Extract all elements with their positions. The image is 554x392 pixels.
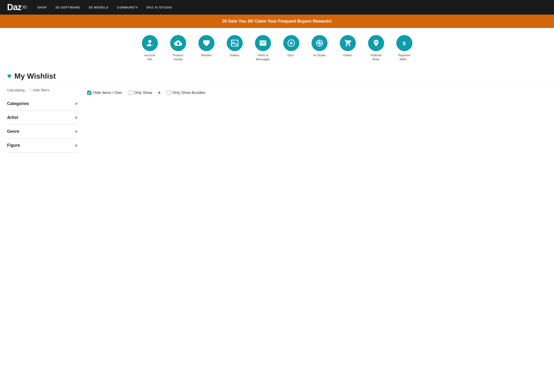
genre-filter-header[interactable]: Genre + [7, 129, 78, 135]
address-book-label: AddressBook [370, 53, 382, 62]
nav-link-3d-models[interactable]: 3D MODELS [89, 6, 109, 9]
nav-item-community[interactable]: COMMUNITY [117, 5, 138, 9]
payment-methods-icon-item[interactable]: $ PaymentMeth... [395, 35, 414, 62]
genre-filter-section: Genre + [7, 125, 78, 139]
account-info-icon-item[interactable]: AccountInfo [140, 35, 159, 62]
nav-item-shop[interactable]: SHOP [37, 5, 47, 9]
cloud-download-icon [174, 39, 182, 47]
wishlist-icon-item[interactable]: Wishlist [197, 35, 216, 62]
filter-options-row: Hide Items I Own Only Show + Only Show B… [87, 88, 547, 98]
genre-expand-button[interactable]: + [75, 129, 78, 135]
promo-banner[interactable]: 30 Gets You 30! Claim Your Frequent Buye… [0, 14, 554, 28]
svg-point-5 [318, 42, 321, 44]
ai-studio-icon-circle [311, 35, 328, 51]
person-check-icon [146, 39, 154, 47]
page-title: My Wishlist [14, 72, 56, 81]
artist-filter-header[interactable]: Artist + [7, 115, 78, 121]
address-book-location-icon [372, 39, 380, 47]
account-info-icon-circle [142, 35, 158, 51]
site-logo[interactable]: Daz3D. [7, 2, 28, 12]
payment-dollar-icon: $ [400, 39, 408, 47]
payment-methods-label: PaymentMeth... [398, 53, 410, 62]
gallery-icon [231, 39, 239, 47]
nav-links-list: SHOP 3D SOFTWARE 3D MODELS COMMUNITY DAZ… [37, 5, 172, 9]
daz-plus-badge-icon: + [158, 90, 161, 96]
heart-icon [202, 39, 210, 47]
svg-line-11 [320, 44, 321, 45]
product-library-label: ProductLibrary [173, 53, 183, 62]
nav-item-3d-software[interactable]: 3D SOFTWARE [55, 5, 80, 9]
artist-filter-section: Artist + [7, 111, 78, 125]
categories-filter-header[interactable]: Categories + [7, 101, 78, 107]
wishlist-label: Wishlist [201, 53, 212, 57]
svg-line-10 [317, 41, 318, 42]
svg-text:$: $ [403, 40, 406, 46]
gallery-icon-item[interactable]: Gallery [225, 35, 244, 62]
address-book-icon-item[interactable]: AddressBook [367, 35, 386, 62]
figure-expand-button[interactable]: + [75, 142, 78, 148]
hide-items-i-own-checkbox[interactable] [87, 91, 91, 95]
top-navigation: Daz3D. SHOP 3D SOFTWARE 3D MODELS COMMUN… [0, 0, 554, 14]
orders-icon-item[interactable]: Orders [338, 35, 357, 62]
wishlist-heart-icon: ♥ [7, 72, 12, 81]
orders-label: Orders [343, 53, 353, 57]
main-content: Calculating... ▿ Hide filters Categories… [0, 83, 554, 157]
svg-point-2 [233, 42, 234, 43]
hide-items-i-own-checkbox-label[interactable]: Hide Items I Own [87, 91, 122, 95]
daz-plus-icon-circle [283, 35, 299, 51]
only-show-bundles-label: Only Show Bundles [173, 91, 205, 95]
ai-studio-icon-item[interactable]: AI Studio [310, 35, 329, 62]
figure-filter-section: Figure + [7, 139, 78, 153]
gallery-icon-circle [227, 35, 243, 51]
payment-methods-icon-circle: $ [396, 35, 412, 51]
gallery-label: Gallery [230, 53, 239, 57]
address-book-icon-circle [368, 35, 384, 51]
nav-item-3d-models[interactable]: 3D MODELS [89, 5, 109, 9]
ai-studio-icon [316, 39, 324, 47]
only-show-checkbox[interactable] [128, 91, 132, 95]
figure-filter-title: Figure [7, 143, 20, 148]
ai-studio-label: AI Studio [313, 53, 326, 57]
filter-funnel-icon: ▿ [29, 88, 31, 92]
right-content: Hide Items I Own Only Show + Only Show B… [87, 88, 547, 153]
sidebar-filters: Calculating... ▿ Hide filters Categories… [7, 88, 78, 153]
orders-cart-icon [344, 39, 352, 47]
product-library-icon-circle [170, 35, 186, 51]
hide-filters-button[interactable]: ▿ Hide filters [29, 88, 50, 92]
figure-filter-header[interactable]: Figure + [7, 142, 78, 148]
alerts-messages-label: Alerts &Messages [256, 53, 270, 62]
artist-expand-button[interactable]: + [75, 115, 78, 121]
promo-banner-text: 30 Gets You 30! Claim Your Frequent Buye… [222, 19, 332, 24]
filter-header: Calculating... ▿ Hide filters [7, 88, 78, 92]
calculating-text: Calculating... [7, 88, 28, 92]
genre-filter-title: Genre [7, 129, 19, 134]
plus-circle-icon [287, 39, 295, 47]
product-library-icon-item[interactable]: ProductLibrary [169, 35, 187, 62]
only-show-bundles-checkbox-label[interactable]: Only Show Bundles [166, 91, 205, 95]
daz-plus-label: Daz+ [288, 53, 295, 57]
nav-item-daz-ai-studio[interactable]: DAZ AI STUDIO [147, 5, 172, 9]
nav-link-3d-software[interactable]: 3D SOFTWARE [55, 6, 80, 9]
logo-3d-text: 3D. [22, 5, 28, 9]
alerts-messages-icon-circle [255, 35, 271, 51]
page-title-section: ♥ My Wishlist [0, 66, 554, 83]
only-show-label: Only Show [134, 91, 152, 95]
nav-link-shop[interactable]: SHOP [37, 6, 47, 9]
alerts-messages-icon-item[interactable]: Alerts &Messages [253, 35, 272, 62]
logo-daz-text: Daz [7, 2, 22, 12]
categories-filter-section: Categories + [7, 97, 78, 111]
nav-link-community[interactable]: COMMUNITY [117, 6, 138, 9]
only-show-bundles-checkbox[interactable] [166, 91, 171, 95]
wishlist-icon-circle [198, 35, 215, 51]
categories-expand-button[interactable]: + [75, 101, 78, 107]
account-info-label: AccountInfo [144, 53, 155, 62]
hide-items-i-own-label: Hide Items I Own [93, 91, 122, 95]
artist-filter-title: Artist [7, 115, 18, 120]
daz-plus-icon-item[interactable]: Daz+ [282, 35, 301, 62]
envelope-icon [259, 39, 267, 47]
account-icons-row: AccountInfo ProductLibrary Wishlist Gall… [0, 28, 554, 66]
orders-icon-circle [340, 35, 356, 51]
nav-link-daz-ai-studio[interactable]: DAZ AI STUDIO [147, 6, 172, 9]
categories-filter-title: Categories [7, 101, 29, 106]
only-show-checkbox-label[interactable]: Only Show [128, 91, 152, 95]
